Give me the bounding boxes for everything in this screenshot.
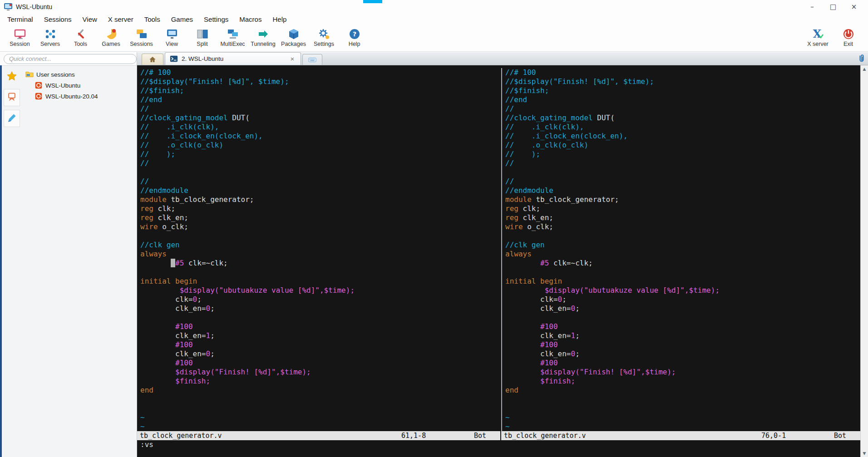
session-item-wsl-ubuntu[interactable]: WSL-Ubuntu <box>22 80 137 91</box>
code-line <box>140 268 501 277</box>
close-button[interactable]: × <box>843 0 864 13</box>
code-line: $display("ubutuakuze value [%d]",$time); <box>140 286 501 295</box>
code-line <box>140 404 501 413</box>
code-line: //clock_gating_model DUT( <box>505 113 860 123</box>
multiexec-label: MultiExec <box>220 41 245 47</box>
code-line: #100 <box>140 359 501 368</box>
menu-settings[interactable]: Settings <box>198 14 234 25</box>
menu-games[interactable]: Games <box>166 14 198 25</box>
star-icon <box>6 71 17 83</box>
remote-session-button[interactable] <box>4 89 20 106</box>
help-button[interactable]: ?Help <box>339 25 370 51</box>
minimize-button[interactable]: – <box>802 0 823 13</box>
menu-terminal[interactable]: Terminal <box>2 14 39 25</box>
x-server-button[interactable]: XX server <box>803 25 833 51</box>
code-line: // .i_clock_en(clock_en), <box>140 132 501 141</box>
multiexec-button[interactable]: MultiExec <box>217 25 248 51</box>
tree-root-user-sessions[interactable]: User sessions <box>22 69 137 80</box>
menu-bar: TerminalSessionsViewX serverToolsGamesSe… <box>0 13 868 25</box>
settings-button[interactable]: Settings <box>309 25 339 51</box>
servers-icon <box>44 28 57 40</box>
settings-label: Settings <box>314 41 334 47</box>
left-status-position: Bot <box>474 431 498 440</box>
attachment-icon[interactable] <box>857 54 867 64</box>
menu-sessions[interactable]: Sessions <box>39 14 77 25</box>
sessions-icon <box>135 28 148 40</box>
star-button[interactable] <box>4 68 20 85</box>
code-line: //$finish; <box>505 86 860 95</box>
vim-status-row: tb_clock_generator.v 61,1-8 Bot tb_clock… <box>137 431 860 440</box>
games-button[interactable]: Games <box>96 25 126 51</box>
menu-macros[interactable]: Macros <box>234 14 267 25</box>
tools-label: Tools <box>74 41 87 47</box>
view-button[interactable]: View <box>157 25 187 51</box>
code-line: // <box>140 104 501 113</box>
code-line <box>140 313 501 322</box>
code-line: always <box>140 250 501 259</box>
home-icon <box>148 55 157 64</box>
code-line: ~ <box>140 413 501 422</box>
exit-button[interactable]: Exit <box>833 25 863 51</box>
code-line: // ); <box>505 150 860 159</box>
tools-button[interactable]: Tools <box>65 25 96 51</box>
code-line: ~ <box>505 413 860 422</box>
tunneling-button[interactable]: Tunneling <box>248 25 278 51</box>
sessions-tree: User sessionsWSL-UbuntuWSL-Ubuntu-20.04 <box>22 65 137 457</box>
macros-pen-icon <box>6 113 17 125</box>
terminal-filler <box>137 449 860 457</box>
code-line: // ); <box>140 150 501 159</box>
macros-pen-button[interactable] <box>4 110 20 127</box>
right-status-filename: tb_clock_generator.v <box>504 431 761 440</box>
packages-button[interactable]: Packages <box>278 25 309 51</box>
quick-connect-input[interactable] <box>4 54 137 64</box>
servers-button[interactable]: Servers <box>35 25 65 51</box>
keyboard-icon <box>308 56 316 64</box>
terminal-row: //# 100//$display("Finish! [%d]", $time)… <box>137 65 868 457</box>
code-line: clk=0; <box>140 295 501 304</box>
code-line <box>505 168 860 177</box>
session-icon <box>14 28 26 40</box>
vim-command-line: :vs <box>137 440 860 449</box>
tab-home[interactable] <box>142 54 163 65</box>
right-status-position: Bot <box>834 431 858 440</box>
menu-help[interactable]: Help <box>267 14 292 25</box>
session-button[interactable]: Session <box>5 25 35 51</box>
tab-new-terminal[interactable] <box>302 54 322 65</box>
menu-tools[interactable]: Tools <box>139 14 166 25</box>
wsl-session-icon <box>35 92 43 100</box>
split-button[interactable]: Split <box>187 25 217 51</box>
code-line <box>140 168 501 177</box>
code-line: // <box>505 159 860 168</box>
code-line: clk_en=0; <box>505 304 860 313</box>
sessions-button[interactable]: Sessions <box>126 25 157 51</box>
maximize-button[interactable]: □ <box>823 0 843 13</box>
code-line: // .i_clk(clk), <box>140 123 501 132</box>
code-line: clk_en=1; <box>505 331 860 340</box>
session-label: WSL-Ubuntu-20.04 <box>45 93 98 100</box>
vim-left-pane[interactable]: //# 100//$display("Finish! [%d]", $time)… <box>137 68 501 431</box>
menu-view[interactable]: View <box>77 14 103 25</box>
menu-x-server[interactable]: X server <box>103 14 139 25</box>
folder-icon <box>25 70 34 79</box>
vim-right-pane[interactable]: //# 100//$display("Finish! [%d]", $time)… <box>501 68 860 431</box>
tab-active-session[interactable]: 2. WSL-Ubuntu × <box>165 52 301 65</box>
session-item-wsl-ubuntu-20-04[interactable]: WSL-Ubuntu-20.04 <box>22 91 137 102</box>
xserver-icon: X <box>812 28 824 40</box>
code-line: // <box>505 104 860 113</box>
scroll-up-icon[interactable]: ▲ <box>863 66 866 72</box>
code-line: clk=0; <box>505 295 860 304</box>
left-status-ruler: 61,1-8 <box>401 431 474 440</box>
scrollbar[interactable]: ▲ ▼ <box>860 65 868 457</box>
scroll-down-icon[interactable]: ▼ <box>863 451 866 456</box>
vim-split-panes: //# 100//$display("Finish! [%d]", $time)… <box>137 65 860 431</box>
code-line: #5 clk=~clk; <box>140 259 501 268</box>
tab-close-icon[interactable]: × <box>289 55 296 63</box>
code-line: ~ <box>140 422 501 431</box>
main-area: User sessionsWSL-UbuntuWSL-Ubuntu-20.04 … <box>0 52 868 457</box>
toolbar: SessionServersToolsGamesSessionsViewSpli… <box>0 25 868 52</box>
vim-right-statusline: tb_clock_generator.v 76,0-1 Bot <box>501 431 860 440</box>
terminal[interactable]: //# 100//$display("Finish! [%d]", $time)… <box>137 65 860 457</box>
code-line: #100 <box>140 322 501 331</box>
code-line: // <box>140 159 501 168</box>
view-label: View <box>166 41 178 47</box>
